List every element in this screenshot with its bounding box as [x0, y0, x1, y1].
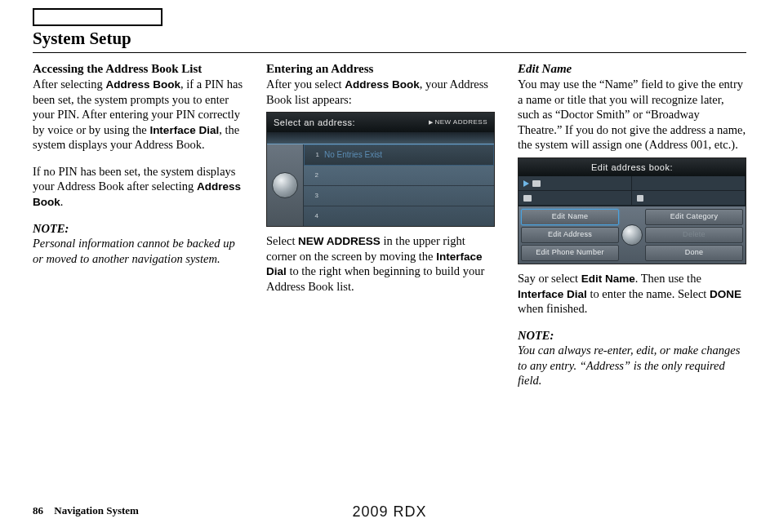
screen1-header: Select an address: NEW ADDRESS	[267, 113, 494, 132]
select-address-screen: Select an address: NEW ADDRESS 1 No Entr…	[266, 112, 495, 227]
category-icon	[523, 195, 532, 202]
col1-note: NOTE: Personal information cannot be bac…	[33, 221, 243, 267]
list-row-1[interactable]: 1 No Entries Exist	[304, 144, 494, 166]
title-rule	[33, 52, 746, 53]
note-body: Personal information cannot be backed up…	[33, 237, 235, 265]
interface-dial-icon[interactable]	[621, 224, 643, 246]
page-title: System Setup	[33, 29, 746, 49]
column-1: Accessing the Address Book List After se…	[33, 61, 243, 400]
columns: Accessing the Address Book List After se…	[33, 61, 746, 400]
list-row-3[interactable]: 3	[304, 186, 494, 206]
address-list: 1 No Entries Exist 2 3 4	[304, 144, 494, 226]
cell-category	[519, 191, 632, 206]
new-address-button[interactable]: NEW ADDRESS	[429, 118, 487, 126]
cell-phone	[632, 191, 746, 206]
note-label: NOTE:	[518, 329, 554, 342]
interface-dial-icon[interactable]	[272, 172, 298, 198]
edit-name-button[interactable]: Edit Name	[521, 209, 619, 225]
col2-para1: Entering an Address After you select Add…	[266, 61, 495, 107]
col2-heading: Entering an Address	[266, 62, 373, 75]
col3-note: NOTE: You can always re-enter, edit, or …	[518, 328, 746, 388]
col1-para1: Accessing the Address Book List After se…	[33, 61, 243, 153]
list-row-2[interactable]: 2	[304, 166, 494, 186]
col3-para2: Say or select Edit Name. Then use the In…	[518, 271, 746, 317]
col2-para2: Select NEW ADDRESS in the upper right co…	[266, 233, 495, 294]
list-row-4[interactable]: 4	[304, 206, 494, 226]
screen1-spacer	[267, 132, 494, 144]
edit-phone-button[interactable]: Edit Phone Number	[521, 245, 619, 261]
edit-address-button[interactable]: Edit Address	[521, 227, 619, 243]
delete-button[interactable]: Delete	[645, 227, 743, 243]
col3-heading: Edit Name	[518, 62, 572, 75]
column-3: Edit Name You may use the “Name” field t…	[518, 61, 746, 400]
dial-column	[267, 144, 304, 226]
column-2: Entering an Address After you select Add…	[266, 61, 495, 400]
header-blank-box	[33, 8, 162, 26]
col1-para2: If no PIN has been set, the system displ…	[33, 164, 243, 210]
no-entries-text: No Entries Exist	[324, 150, 382, 161]
col3-para1: Edit Name You may use the “Name” field t…	[518, 61, 746, 153]
screen2-icon-grid	[519, 176, 746, 206]
cell-blank-1	[632, 176, 746, 191]
phone-icon	[637, 195, 643, 202]
play-icon	[523, 180, 529, 187]
cell-play	[519, 176, 632, 191]
edit-category-button[interactable]: Edit Category	[645, 209, 743, 225]
edit-address-book-screen: Edit address book: Edit Name	[518, 157, 746, 264]
screen1-title: Select an address:	[274, 117, 355, 128]
note-label: NOTE:	[33, 222, 69, 235]
done-button[interactable]: Done	[645, 245, 743, 261]
footer-model: 2009 RDX	[0, 503, 779, 521]
col1-heading: Accessing the Address Book List	[33, 62, 202, 75]
screen2-button-grid: Edit Name Edit Category Edit Address Del…	[519, 206, 746, 264]
bold-address-book: Address Book	[105, 78, 180, 91]
screen1-body: 1 No Entries Exist 2 3 4	[267, 144, 494, 226]
note-body: You can always re-enter, edit, or make c…	[518, 344, 740, 387]
bold-interface-dial: Interface Dial	[149, 124, 219, 136]
screen2-title: Edit address book:	[519, 158, 746, 176]
home-icon	[532, 180, 541, 187]
